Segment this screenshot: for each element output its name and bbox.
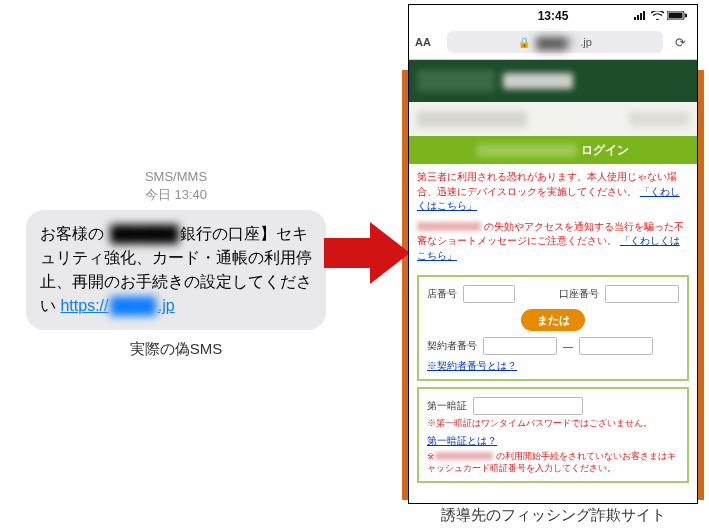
sms-body-prefix: お客様の: [40, 225, 108, 242]
status-time: 13:45: [479, 9, 627, 23]
pin-row: 第一暗証: [427, 397, 679, 415]
site-header: [409, 60, 697, 102]
signal-icon: [634, 9, 648, 23]
login-title-blurred: [477, 144, 577, 157]
input-contract-number-2[interactable]: [579, 337, 653, 355]
sms-block: SMS/MMS 今日 13:40 お客様の ██████銀行の口座】セキュリティ…: [26, 168, 326, 359]
pin-note-2-blurred: [435, 452, 493, 460]
sms-caption: 実際の偽SMS: [26, 340, 326, 359]
help-first-pin[interactable]: 第一暗証とは？: [427, 434, 497, 448]
svg-rect-6: [669, 13, 683, 19]
site-subheader: [409, 102, 697, 136]
svg-marker-0: [324, 222, 410, 284]
sms-meta-type: SMS/MMS: [145, 169, 207, 184]
contract-row: 契約者番号 —: [427, 337, 679, 355]
help-contract-number[interactable]: ※契約者番号とは？: [427, 359, 517, 373]
phone-caption: 誘導先のフィッシング詐欺サイト: [408, 506, 698, 525]
warning-area: 第三者に利用される恐れがあります。本人使用じゃない場合、迅速にデバイスロックを実…: [409, 164, 697, 271]
svg-rect-2: [637, 15, 639, 20]
label-first-pin: 第一暗証: [427, 399, 467, 413]
lock-icon: 🔒: [518, 37, 530, 48]
pin-note-1: ※第一暗証はワンタイムパスワードではございません。: [427, 417, 679, 430]
contract-dash: —: [563, 341, 573, 352]
login-panel-2: 第一暗証 ※第一暗証はワンタイムパスワードではございません。 第一暗証とは？ ※…: [417, 387, 689, 483]
url-domain-suffix: .jp: [580, 36, 592, 48]
store-account-row: 店番号 口座番号: [427, 285, 679, 303]
login-title-bar: ログイン: [409, 136, 697, 164]
warning-2-blurred: [417, 222, 481, 231]
sms-link-suffix: .jp: [158, 297, 175, 314]
label-store-number: 店番号: [427, 287, 457, 301]
phone-mockup: 13:45 AA 🔒 ████ .jp ⟳: [408, 4, 698, 504]
figure: SMS/MMS 今日 13:40 お客様の ██████銀行の口座】セキュリティ…: [0, 0, 709, 528]
site-brand-blurred: [503, 73, 573, 89]
url-domain-blurred: ████: [534, 37, 576, 47]
svg-rect-3: [640, 13, 642, 20]
or-divider: または: [521, 309, 585, 331]
login-title-text: ログイン: [581, 142, 629, 159]
input-contract-number-1[interactable]: [483, 337, 557, 355]
svg-rect-1: [634, 17, 636, 20]
site-logo-blurred: [417, 70, 495, 92]
svg-rect-7: [685, 14, 687, 18]
battery-icon: [667, 9, 687, 23]
login-panel-1: 店番号 口座番号 または 契約者番号 — ※契約者番号とは？: [417, 275, 689, 381]
decorative-bar-right: [698, 70, 704, 500]
arrow-icon: [324, 222, 410, 284]
browser-url-bar: AA 🔒 ████ .jp ⟳: [409, 27, 697, 60]
status-bar: 13:45: [409, 5, 697, 27]
wifi-icon: [651, 9, 664, 23]
status-indicators: [627, 9, 687, 23]
sms-body-blurred: ██████: [108, 225, 180, 242]
subheader-right-blurred: [629, 112, 689, 126]
warning-1: 第三者に利用される恐れがあります。本人使用じゃない場合、迅速にデバイスロックを実…: [417, 170, 689, 214]
sms-phishing-link[interactable]: https://████.jp: [60, 297, 174, 314]
subheader-left-blurred: [417, 111, 527, 127]
sms-link-blurred: ████: [108, 297, 157, 314]
input-store-number[interactable]: [463, 285, 515, 303]
sms-meta-time: 今日 13:40: [145, 187, 207, 202]
input-account-number[interactable]: [605, 285, 679, 303]
pin-note-2: ※ の利用開始手続をされていないお客さまはキャッシュカード暗証番号を入力してくだ…: [427, 450, 679, 475]
label-contract-number: 契約者番号: [427, 339, 477, 353]
sms-meta: SMS/MMS 今日 13:40: [26, 168, 326, 204]
input-first-pin[interactable]: [473, 397, 583, 415]
label-account-number: 口座番号: [559, 287, 599, 301]
sms-link-prefix: https://: [60, 297, 108, 314]
url-pill[interactable]: 🔒 ████ .jp: [447, 31, 663, 53]
warning-1-text: 第三者に利用される恐れがあります。本人使用じゃない場合、迅速にデバイスロックを実…: [417, 171, 677, 197]
warning-2: の失効やアクセスを通知する当行を騙った不審なショートメッセージにご注意ください。…: [417, 220, 689, 264]
text-size-icon[interactable]: AA: [415, 36, 441, 48]
svg-rect-4: [643, 11, 645, 20]
sms-bubble: お客様の ██████銀行の口座】セキュリティ強化、カード・通帳の利用停止、再開…: [26, 210, 326, 330]
reload-icon[interactable]: ⟳: [669, 35, 691, 50]
